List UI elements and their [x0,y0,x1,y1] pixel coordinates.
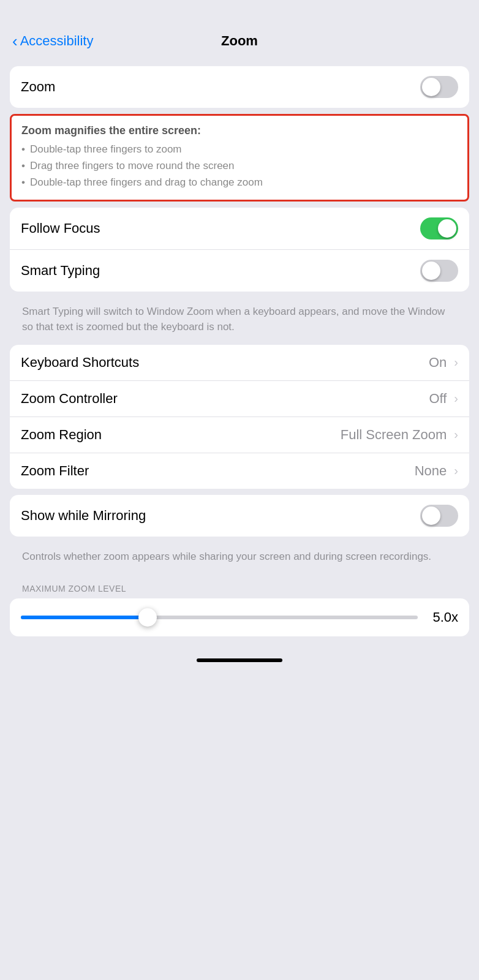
zoom-info-box: Zoom magnifies the entire screen: • Doub… [10,114,469,202]
zoom-toggle[interactable] [420,76,458,98]
smart-typing-toggle[interactable] [420,260,458,282]
zoom-controller-row[interactable]: Zoom Controller Off › [10,381,469,417]
zoom-controller-value-group: Off › [429,391,458,407]
mirroring-toggle[interactable] [420,505,458,527]
back-chevron-icon: ‹ [12,32,18,51]
focus-typing-card: Follow Focus Smart Typing [10,208,469,292]
zoom-level-slider-card: 5.0x [10,598,469,636]
zoom-region-chevron-icon: › [454,428,458,442]
zoom-filter-value: None [415,463,447,479]
mirroring-label: Show while Mirroring [21,508,146,524]
content-area: Zoom Zoom magnifies the entire screen: •… [0,60,479,649]
zoom-filter-chevron-icon: › [454,464,458,478]
smart-typing-row: Smart Typing [10,250,469,292]
zoom-toggle-row: Zoom [10,66,469,108]
smart-typing-knob [422,262,440,280]
zoom-info-item-1: • Double-tap three fingers to zoom [21,141,458,157]
zoom-filter-row[interactable]: Zoom Filter None › [10,453,469,489]
zoom-toggle-label: Zoom [21,79,55,95]
keyboard-shortcuts-row[interactable]: Keyboard Shortcuts On › [10,345,469,381]
nav-items-card: Keyboard Shortcuts On › Zoom Controller … [10,345,469,489]
zoom-filter-value-group: None › [415,463,458,479]
page-title: Zoom [221,33,258,49]
back-label: Accessibility [20,33,94,49]
zoom-level-section-label: MAXIMUM ZOOM LEVEL [10,574,469,598]
back-button[interactable]: ‹ Accessibility [12,32,93,51]
mirroring-card: Show while Mirroring [10,495,469,537]
smart-typing-label: Smart Typing [21,263,100,279]
keyboard-shortcuts-chevron-icon: › [454,355,458,369]
zoom-controller-label: Zoom Controller [21,391,118,407]
header: ‹ Accessibility Zoom [0,0,479,60]
zoom-info-item-3: • Double-tap three fingers and drag to c… [21,174,458,190]
mirroring-description: Controls whether zoom appears while shar… [10,543,469,575]
mirroring-row: Show while Mirroring [10,495,469,537]
follow-focus-knob [438,219,456,238]
keyboard-shortcuts-value: On [429,355,447,371]
zoom-region-value: Full Screen Zoom [341,427,447,443]
keyboard-shortcuts-value-group: On › [429,355,458,371]
zoom-controller-value: Off [429,391,447,407]
follow-focus-row: Follow Focus [10,208,469,250]
follow-focus-label: Follow Focus [21,221,100,236]
smart-typing-description: Smart Typing will switch to Window Zoom … [10,298,469,345]
zoom-controller-chevron-icon: › [454,391,458,405]
zoom-info-item-2: • Drag three fingers to move round the s… [21,157,458,174]
home-indicator [0,649,479,668]
zoom-filter-label: Zoom Filter [21,463,89,479]
zoom-level-slider-thumb[interactable] [138,608,157,627]
zoom-level-slider-fill [21,616,148,619]
zoom-region-value-group: Full Screen Zoom › [341,427,458,443]
zoom-toggle-knob [422,78,440,96]
mirroring-knob [422,507,440,525]
follow-focus-toggle[interactable] [420,217,458,239]
zoom-toggle-card: Zoom [10,66,469,108]
zoom-level-slider-track [21,616,418,619]
zoom-region-label: Zoom Region [21,427,102,443]
zoom-level-value: 5.0x [428,609,458,625]
home-bar [197,658,282,662]
zoom-info-title: Zoom magnifies the entire screen: [21,124,458,137]
keyboard-shortcuts-label: Keyboard Shortcuts [21,355,139,371]
zoom-region-row[interactable]: Zoom Region Full Screen Zoom › [10,417,469,453]
